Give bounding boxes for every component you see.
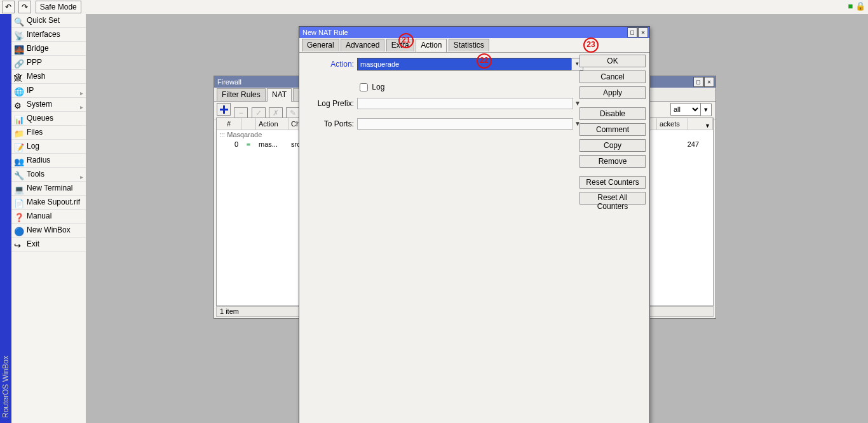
- col-num[interactable]: #: [217, 118, 241, 130]
- nav-manual[interactable]: ❓Manual: [11, 210, 86, 224]
- nav-new-terminal[interactable]: 💻New Terminal: [11, 182, 86, 196]
- nav-queues[interactable]: 📊Queues: [11, 112, 86, 126]
- cell-action: mas...: [256, 140, 288, 149]
- nav-interfaces[interactable]: 📡Interfaces: [11, 28, 86, 42]
- tab-nat[interactable]: NAT: [267, 88, 292, 102]
- gear-icon: ⚙: [14, 99, 22, 112]
- brand-bar: RouterOS WinBox: [0, 14, 11, 423]
- cell-packets: 247: [657, 140, 702, 149]
- nav-radius[interactable]: 👥Radius: [11, 154, 86, 168]
- firewall-min-button[interactable]: □: [693, 77, 703, 87]
- nav-system[interactable]: ⚙System▸: [11, 98, 86, 112]
- nav-label: Queues: [27, 114, 53, 123]
- exit-icon: ↪: [14, 239, 21, 252]
- status-lock-icon: 🔒: [855, 1, 865, 11]
- desktop-area: Firewall □ ✕ Filter Rules NAT Mangle − ✓…: [86, 14, 868, 423]
- brand-text: RouterOS WinBox: [1, 356, 10, 418]
- dialog-min-button[interactable]: □: [627, 27, 637, 37]
- nav-log[interactable]: 📝Log: [11, 140, 86, 154]
- terminal-icon: 💻: [14, 183, 24, 196]
- nav-exit[interactable]: ↪Exit: [11, 238, 86, 252]
- col-blank[interactable]: [241, 118, 256, 130]
- nav-label: PPP: [27, 58, 42, 67]
- filter-dropdown[interactable]: all▾: [670, 103, 712, 114]
- log-checkbox[interactable]: [360, 83, 368, 91]
- col-ackets[interactable]: ackets: [657, 118, 688, 130]
- ip-icon: 🌐: [14, 85, 24, 98]
- file-icon: 📄: [14, 197, 24, 210]
- safe-mode-button[interactable]: Safe Mode: [36, 1, 81, 13]
- svg-rect-1: [220, 109, 228, 111]
- filter-select[interactable]: all: [670, 103, 701, 116]
- log-prefix-input[interactable]: [357, 98, 573, 109]
- undo-button[interactable]: ↶: [2, 1, 15, 13]
- nav-label: New WinBox: [27, 225, 71, 234]
- filter-dropdown-button[interactable]: ▾: [700, 104, 712, 116]
- dialog-form: Action: masquerade ▾ Log: [299, 52, 578, 136]
- log-prefix-label: Log Prefix:: [306, 99, 354, 108]
- nav-bridge[interactable]: 🌉Bridge: [11, 42, 86, 56]
- comment-text: ::: Masqarade: [217, 130, 265, 140]
- add-button[interactable]: [217, 103, 231, 116]
- tools-icon: 🔧: [14, 169, 24, 182]
- col-last[interactable]: ▼: [688, 118, 713, 130]
- cancel-button[interactable]: Cancel: [580, 70, 646, 83]
- dialog-body: General Advanced Extra Action Statistics…: [299, 38, 649, 423]
- nav-label: Make Supout.rif: [27, 198, 80, 206]
- nav-tools[interactable]: 🔧Tools▸: [11, 168, 86, 182]
- remove-button[interactable]: Remove: [580, 155, 646, 168]
- log-label: Log: [372, 82, 384, 91]
- action-combobox[interactable]: masquerade ▾: [357, 58, 572, 70]
- log-icon: 📝: [14, 141, 24, 154]
- comment-button[interactable]: Comment: [580, 123, 646, 136]
- dialog-titlebar[interactable]: New NAT Rule □ ✕: [299, 27, 649, 38]
- nav-new-winbox[interactable]: 🔵New WinBox: [11, 224, 86, 238]
- dialog-tabs: General Advanced Extra Action Statistics: [299, 38, 649, 53]
- nav-quick-set[interactable]: 🔍Quick Set: [11, 14, 86, 28]
- firewall-close-button[interactable]: ✕: [704, 77, 714, 87]
- tab-advanced[interactable]: Advanced: [341, 39, 384, 51]
- help-icon: ❓: [14, 211, 24, 224]
- nav-files[interactable]: 📁Files: [11, 126, 86, 140]
- apply-button[interactable]: Apply: [580, 86, 646, 99]
- nav-ppp[interactable]: 🔗PPP: [11, 56, 86, 70]
- tab-statistics[interactable]: Statistics: [449, 39, 489, 51]
- chevron-down-icon: ▼: [705, 120, 710, 131]
- nav-sidebar: 🔍Quick Set 📡Interfaces 🌉Bridge 🔗PPP 🕸Mes…: [11, 14, 86, 423]
- dialog-title-text: New NAT Rule: [302, 29, 348, 36]
- tab-extra[interactable]: Extra: [386, 39, 414, 51]
- folder-icon: 📁: [14, 127, 24, 140]
- tab-filter-rules[interactable]: Filter Rules: [217, 88, 266, 101]
- winbox-icon: 🔵: [14, 225, 24, 238]
- wrench-icon: 🔍: [14, 15, 24, 29]
- nav-label: Log: [27, 142, 39, 151]
- ok-button[interactable]: OK: [580, 55, 646, 67]
- nav-label: Manual: [27, 211, 51, 220]
- dialog-close-button[interactable]: ✕: [638, 27, 648, 37]
- mesh-icon: 🕸: [14, 71, 22, 84]
- reset-counters-button[interactable]: Reset Counters: [580, 176, 646, 189]
- redo-button[interactable]: ↷: [18, 1, 31, 13]
- firewall-title-text: Firewall: [217, 78, 241, 86]
- nav-make-supout[interactable]: 📄Make Supout.rif: [11, 196, 86, 210]
- bridge-icon: 🌉: [14, 43, 24, 57]
- nav-ip[interactable]: 🌐IP▸: [11, 84, 86, 98]
- disable-button[interactable]: Disable: [580, 107, 646, 120]
- nav-label: System: [27, 100, 52, 109]
- reset-all-counters-button[interactable]: Reset All Counters: [580, 192, 646, 205]
- tab-action[interactable]: Action: [416, 39, 447, 52]
- interfaces-icon: 📡: [14, 29, 24, 43]
- nav-mesh[interactable]: 🕸Mesh: [11, 70, 86, 84]
- to-ports-input[interactable]: [357, 118, 573, 130]
- nav-label: Interfaces: [27, 30, 60, 39]
- nav-label: Quick Set: [27, 16, 60, 25]
- nav-label: Files: [27, 128, 43, 137]
- status-icons: ■ 🔒: [848, 1, 865, 11]
- nav-label: IP: [27, 86, 34, 95]
- action-label: Action:: [306, 60, 354, 69]
- col-action[interactable]: Action: [256, 118, 288, 130]
- nav-label: Mesh: [27, 72, 45, 81]
- tab-general[interactable]: General: [302, 39, 339, 51]
- copy-button[interactable]: Copy: [580, 139, 646, 152]
- to-ports-label: To Ports:: [306, 119, 354, 128]
